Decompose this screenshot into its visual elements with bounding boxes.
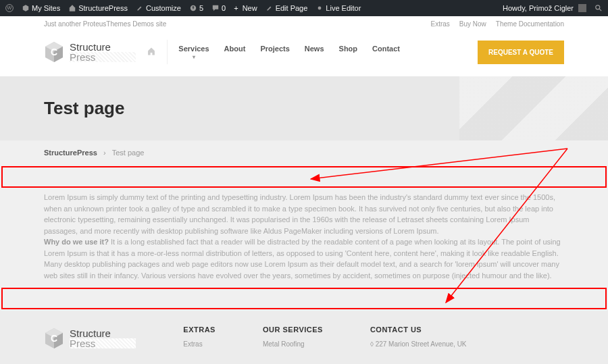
howdy-user[interactable]: Howdy, Primož Cigler <box>503 4 586 12</box>
footer-contact-address: ◊ 227 Marion Street Avenue, UK <box>370 340 467 348</box>
footer-col-contact: CONTACT US ◊ 227 Marion Street Avenue, U… <box>370 326 467 350</box>
customize-link[interactable]: Customize <box>136 4 181 12</box>
svg-text:C: C <box>51 47 57 57</box>
annotation-box-top <box>1 166 607 188</box>
site-link[interactable]: StructurePress <box>68 4 128 12</box>
svg-point-2 <box>318 7 322 10</box>
paragraph-2: It is a long established fact that a rea… <box>44 238 561 280</box>
main-header: C Structure Press Services About Project… <box>44 32 564 76</box>
edit-page-link[interactable]: Edit Page <box>265 4 308 12</box>
footer-logo-icon: C <box>44 327 64 350</box>
home-icon[interactable] <box>147 47 156 58</box>
updates-link[interactable]: 5 <box>189 4 203 12</box>
nav-services[interactable]: Services <box>178 45 209 60</box>
svg-text:W: W <box>7 5 12 11</box>
nav-news[interactable]: News <box>305 45 324 60</box>
wp-admin-bar: W My Sites StructurePress Customize 5 0 … <box>0 0 608 16</box>
tagline: Just another ProteusThemes Demos site <box>44 20 166 28</box>
svg-point-4 <box>596 5 600 9</box>
docs-link[interactable]: Theme Documentation <box>496 20 564 28</box>
wp-logo-icon[interactable]: W <box>5 4 14 12</box>
nav-projects[interactable]: Projects <box>260 45 289 60</box>
footer-col-services: OUR SERVICES Metal Roofing <box>263 326 323 350</box>
banner-decoration <box>459 76 608 140</box>
live-editor-link[interactable]: Live Editor <box>315 4 361 12</box>
search-icon[interactable] <box>594 4 603 12</box>
annotation-box-bottom <box>1 288 607 309</box>
nav-shop[interactable]: Shop <box>339 45 358 60</box>
footer-logo[interactable]: C Structure Press <box>44 326 136 350</box>
extras-link[interactable]: Extras <box>430 20 449 28</box>
buynow-link[interactable]: Buy Now <box>459 20 486 28</box>
footer-services-heading: OUR SERVICES <box>263 326 323 334</box>
paragraph-1: Lorem Ipsum is simply dummy text of the … <box>44 193 555 235</box>
footer-extras-heading: EXTRAS <box>183 326 216 334</box>
breadcrumb-root[interactable]: StructurePress <box>44 149 97 157</box>
page-banner: Test page <box>0 76 608 140</box>
footer-extras-item[interactable]: Extras <box>183 340 216 348</box>
comments-link[interactable]: 0 <box>211 4 226 12</box>
footer-services-item[interactable]: Metal Roofing <box>263 340 323 348</box>
new-link[interactable]: + New <box>234 4 257 12</box>
site-footer: C Structure Press EXTRAS Extras OUR SERV… <box>0 311 608 364</box>
nav-about[interactable]: About <box>224 45 246 60</box>
logo-text-1: Structure <box>70 42 136 52</box>
footer-contact-heading: CONTACT US <box>370 326 467 334</box>
breadcrumb-current: Test page <box>112 149 145 157</box>
request-quote-button[interactable]: REQUEST A QUOTE <box>478 41 564 64</box>
logo-text-2: Press <box>70 52 136 62</box>
paragraph-2-lead: Why do we use it? <box>44 238 109 246</box>
nav-contact[interactable]: Contact <box>372 45 400 60</box>
nav-divider <box>167 40 168 64</box>
svg-text:C: C <box>51 333 57 344</box>
footer-col-extras: EXTRAS Extras <box>183 326 216 350</box>
breadcrumb: StructurePress › Test page <box>44 140 564 165</box>
svg-rect-3 <box>578 4 586 12</box>
main-nav: Services About Projects News Shop Contac… <box>178 45 400 60</box>
logo-cube-icon: C <box>44 41 64 63</box>
my-sites-link[interactable]: My Sites <box>22 4 60 12</box>
page-content: Lorem Ipsum is simply dummy text of the … <box>44 192 564 281</box>
site-logo[interactable]: C Structure Press <box>44 41 136 63</box>
top-strip: Just another ProteusThemes Demos site Ex… <box>44 16 564 32</box>
